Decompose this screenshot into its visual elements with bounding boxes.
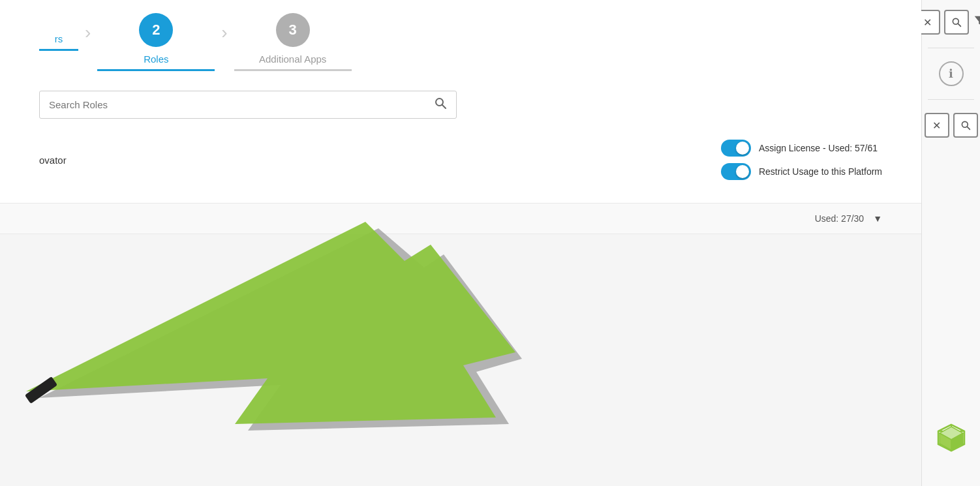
assign-license-toggle[interactable]	[721, 140, 751, 157]
dropdown-arrow-icon[interactable]: ▼	[873, 213, 882, 224]
sidebar-search-icon	[951, 17, 962, 27]
info-icon: ℹ	[949, 67, 953, 81]
chevron-2-icon: ›	[221, 22, 227, 43]
wizard-steps: rs › 2 Roles › 3 Additional Apps	[0, 0, 921, 71]
role-row-1-header: ovator Assign License - Used: 57/61 Rest…	[39, 140, 882, 180]
sidebar-bottom-icons: ✕	[925, 113, 978, 138]
toggle-row-assign: Assign License - Used: 57/61	[721, 140, 878, 157]
role-row-1: ovator Assign License - Used: 57/61 Rest…	[0, 132, 921, 204]
restrict-usage-toggle[interactable]	[721, 163, 751, 180]
step-3-label: Additional Apps	[259, 53, 326, 65]
sidebar-divider-1	[928, 48, 974, 48]
svg-line-6	[958, 23, 960, 26]
sidebar-info-btn[interactable]: ℹ	[939, 61, 964, 86]
sidebar-search-icon-2	[960, 120, 971, 130]
role-name-1: ovator	[39, 155, 67, 166]
role-controls-1: Assign License - Used: 57/61 Restrict Us…	[721, 140, 882, 180]
sidebar-search-btn[interactable]	[944, 10, 969, 35]
search-roles-input[interactable]	[49, 99, 434, 110]
roles-list: ovator Assign License - Used: 57/61 Rest…	[0, 132, 921, 486]
right-sidebar: ✕ ℹ ✕	[921, 0, 980, 486]
used-label-2: Used: 27/30	[815, 213, 865, 224]
step-2-label: Roles	[144, 53, 168, 65]
assign-license-label: Assign License - Used: 57/61	[759, 143, 878, 153]
toggle-row-restrict: Restrict Usage to this Platform	[721, 163, 882, 180]
close-x-icon: ✕	[923, 16, 932, 29]
step-2[interactable]: 2 Roles	[97, 13, 215, 71]
sidebar-top-icons: ✕	[915, 10, 981, 35]
step-2-circle: 2	[139, 13, 173, 47]
sidebar-filter-icon[interactable]	[973, 14, 981, 31]
chevron-1-icon: ›	[85, 22, 91, 43]
step-3-circle: 3	[276, 13, 310, 47]
search-area	[0, 71, 921, 132]
search-submit-icon[interactable]	[434, 97, 447, 113]
step-1-partial[interactable]: rs	[39, 33, 78, 51]
svg-line-1	[442, 105, 446, 108]
role-row-2: Used: 27/30 ▼	[0, 204, 921, 234]
restrict-usage-label: Restrict Usage to this Platform	[759, 166, 882, 177]
filter-funnel-icon	[973, 14, 981, 28]
cube-icon	[935, 421, 968, 454]
search-box	[39, 91, 457, 119]
sidebar-close-btn-2[interactable]: ✕	[925, 113, 949, 138]
step-3[interactable]: 3 Additional Apps	[234, 13, 352, 71]
close-x-icon-2: ✕	[932, 119, 941, 132]
step-1-label: rs	[55, 33, 63, 44]
sidebar-divider-2	[928, 99, 974, 100]
sidebar-search-btn-2[interactable]	[953, 113, 978, 138]
svg-line-8	[967, 127, 970, 129]
cube-icon-container[interactable]	[935, 421, 968, 463]
